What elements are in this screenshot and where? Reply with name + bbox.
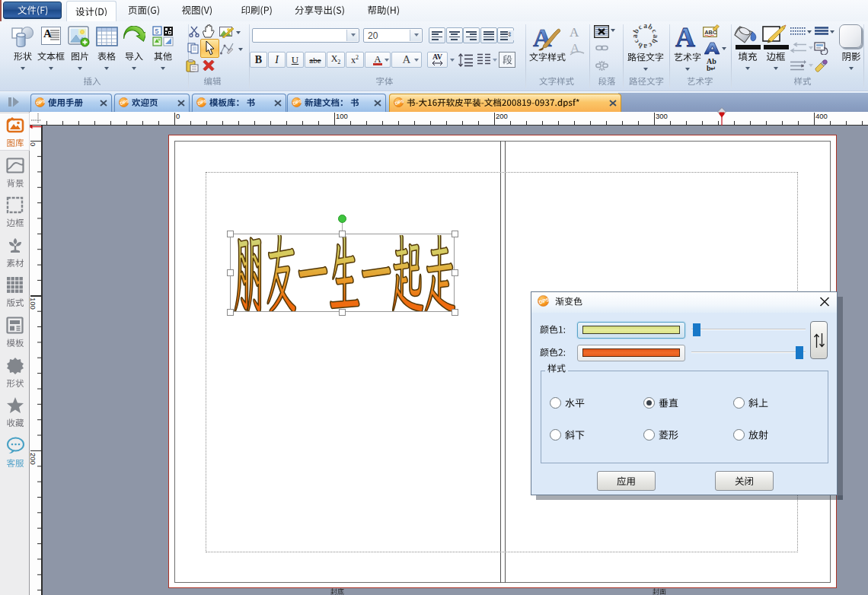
svg-text:5: 5 bbox=[155, 27, 159, 35]
svg-text:A: A bbox=[533, 24, 552, 52]
svg-text:A: A bbox=[675, 23, 695, 50]
